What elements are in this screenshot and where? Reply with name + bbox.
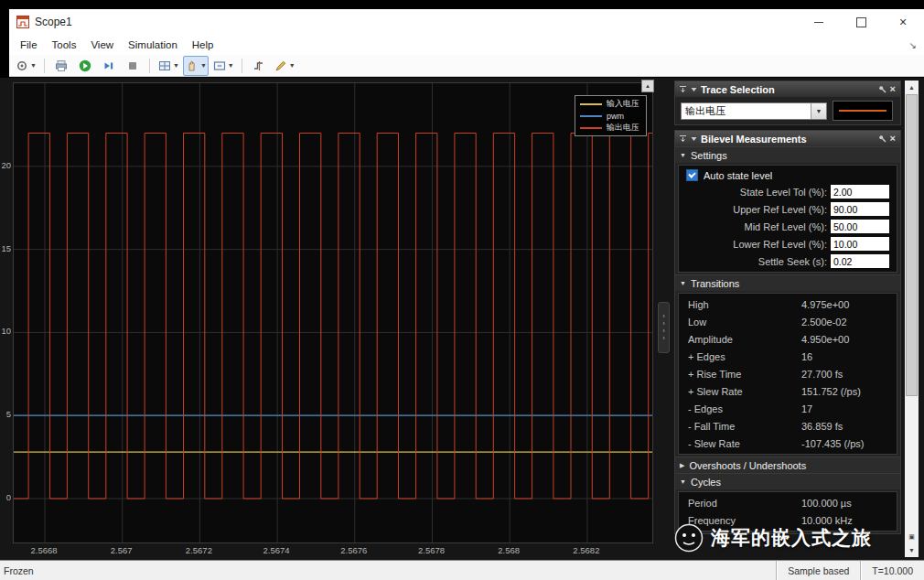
field-label: Lower Ref Level (%): [733,239,827,250]
menu-bar: FileToolsViewSimulationHelp ↘ [9,35,924,55]
print-button[interactable] [50,56,72,76]
collapse-panel-icon[interactable] [679,85,687,93]
selected-trace: 输出电压 [682,104,811,118]
play-icon [78,59,92,73]
close-button[interactable]: × [882,9,924,35]
section-label: Settings [691,150,727,161]
y-tick-label: 20 [1,160,11,171]
legend-line-swatch [580,127,602,129]
menu-view[interactable]: View [83,37,121,53]
cycles-section-header[interactable]: ▼ Cycles [675,473,900,489]
minimize-button[interactable] [798,9,840,35]
trigger-button[interactable] [248,56,270,76]
trace-select-dropdown[interactable]: 输出电压 ▼ [681,102,827,120]
measurements-button[interactable]: ▼ [272,56,297,76]
pan-button[interactable]: ▼ [183,56,209,76]
measurement-label: + Slew Rate [679,386,801,397]
checkbox-label: Auto state level [704,170,772,181]
pin-icon[interactable] [878,85,886,93]
settings-field-row: Mid Ref Level (%):50.00 [679,218,897,235]
field-input[interactable]: 0.02 [831,254,889,268]
scope-app-icon [16,16,29,28]
trace-selection-header[interactable]: Trace Selection × [675,81,900,97]
measurement-label: + Edges [679,351,801,362]
legend-item[interactable]: 输入电压 [580,99,639,109]
measurement-row: + Rise Time27.700 fs [679,365,897,382]
x-tick-label: 2.5672 [177,545,220,555]
field-input[interactable]: 10.00 [831,237,889,251]
settings-button[interactable]: ▼ [13,56,38,76]
measurement-label: Period [679,498,801,509]
trace-sample-line [839,110,886,112]
x-tick-label: 2.5668 [22,545,66,555]
triangle-down-icon: ▼ [680,152,686,158]
step-forward-button[interactable] [98,56,120,76]
scroll-track[interactable] [905,396,919,530]
panel-collapse-handle[interactable]: › › › › [658,302,670,353]
menu-help[interactable]: Help [185,37,221,53]
transitions-box: High4.975e+00Low2.500e-02Amplitude4.950e… [678,293,897,455]
dock-arrow-icon[interactable]: ↘ [909,40,917,50]
settings-field-row: Lower Ref Level (%):10.00 [679,235,897,252]
fit-view-icon [212,59,227,73]
field-input[interactable]: 50.00 [831,220,889,233]
scroll-up-button[interactable]: ▲ [905,81,919,94]
watermark-text: 海军的嵌入式之旅 [711,525,872,551]
close-panel-icon[interactable]: × [889,84,897,94]
measurement-value: 100.000 µs [801,498,852,509]
x-tick-label: 2.5674 [254,545,298,555]
measurement-value: 17 [801,403,812,414]
toolbar: ▼ ▼ ▼ ▼ [9,55,924,77]
triangle-down-icon: ▼ [680,280,686,286]
scroll-thumb[interactable] [906,94,918,396]
layout-icon [157,59,172,73]
measurement-row: - Edges17 [679,400,897,417]
expand-panel-icon[interactable] [690,85,698,93]
maximize-button[interactable] [840,9,882,35]
expand-panel-icon[interactable] [690,134,698,143]
menu-simulation[interactable]: Simulation [121,37,185,53]
measurement-row: + Edges16 [679,348,897,365]
legend-label: 输出电压 [607,122,639,134]
title-bar: Scope1 × [9,9,924,35]
field-input[interactable]: 2.00 [831,185,889,199]
legend-item[interactable]: 输出电压 [580,123,639,133]
measurement-label: Low [679,317,801,328]
measurement-label: High [679,299,801,310]
layout-button[interactable]: ▼ [156,56,181,76]
overshoots-section-header[interactable]: ▶ Overshoots / Undershoots [675,456,900,473]
scroll-down-button[interactable]: ▼ [905,543,919,557]
legend-label: pwm [607,112,624,121]
gear-icon [15,59,29,73]
status-state: Frozen [0,565,34,576]
measurement-value: 4.975e+00 [801,299,849,310]
dropdown-arrow-icon[interactable]: ▼ [811,103,826,119]
plot-legend: 输入电压pwm输出电压 [575,95,647,136]
measurement-label: - Slew Rate [679,438,801,449]
window-controls: × [798,9,924,35]
dock-scrollbar[interactable]: ▲ ▣ ▼ [905,81,919,557]
field-input[interactable]: 90.00 [831,202,889,216]
fit-view-button[interactable]: ▼ [210,56,236,76]
bilevel-header[interactable]: Bilevel Measurements × [675,131,900,146]
toolbar-separator [242,59,242,73]
settings-section-header[interactable]: ▼ Settings [675,146,900,163]
settings-fields: State Level Tol (%):2.00Upper Ref Level … [679,183,897,270]
menu-tools[interactable]: Tools [45,37,84,53]
run-button[interactable] [74,56,96,76]
scroll-extra-button[interactable]: ▣ [905,530,919,543]
plot-canvas[interactable]: 输入电压pwm输出电压 [13,82,653,543]
measurement-value: 151.752 (/ps) [801,386,861,397]
legend-item[interactable]: pwm [580,111,639,121]
auto-state-level-row: Auto state level [679,167,897,183]
close-panel-icon[interactable]: × [889,134,897,144]
pin-icon[interactable] [878,134,886,143]
measurement-label: - Fall Time [679,421,801,432]
step-forward-icon [102,59,116,73]
stop-button[interactable] [122,56,144,76]
transitions-section-header[interactable]: ▼ Transitions [675,274,900,291]
undock-plot-button[interactable]: ▲ [641,80,654,92]
auto-state-level-checkbox[interactable] [686,169,698,181]
collapse-panel-icon[interactable] [679,134,687,143]
menu-file[interactable]: File [13,37,45,53]
